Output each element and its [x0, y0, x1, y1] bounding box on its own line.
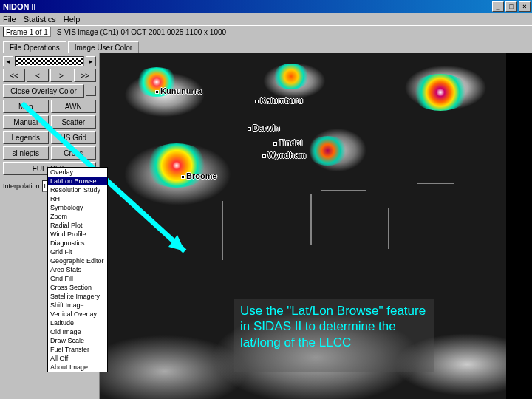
dropdown-item[interactable]: Cross Section	[48, 283, 107, 292]
dropdown-item[interactable]: Wind Profile	[48, 230, 107, 239]
dropdown-item[interactable]: Lat/Lon Browse	[48, 177, 107, 185]
dropdown-item[interactable]: Overlay	[48, 168, 107, 177]
coastline	[321, 190, 366, 191]
close-overlay-row: Close Overlay Color	[3, 84, 96, 98]
dropdown-item[interactable]: Zoom	[48, 212, 107, 221]
minimize-button[interactable]: _	[492, 1, 504, 12]
sniepts-button[interactable]: sl niepts	[3, 146, 49, 160]
city-label-tindal: Tindal	[273, 138, 302, 147]
menu-file[interactable]: File	[3, 15, 16, 24]
dropdown-item[interactable]: Diagnostics	[48, 239, 107, 248]
convection-cell	[273, 64, 310, 89]
dropdown-item[interactable]: Resolution Study	[48, 185, 107, 194]
convection-cell	[411, 74, 470, 111]
city-label-broome: Broome	[181, 171, 217, 180]
dropdown-item[interactable]: Grid Fit	[48, 248, 107, 256]
dropdown-item[interactable]: Symbology	[48, 203, 107, 212]
dropdown-item[interactable]: RH	[48, 194, 107, 203]
slider-track[interactable]	[15, 56, 84, 66]
city-dot-icon	[248, 127, 251, 131]
dropdown-item[interactable]: Area Stats	[48, 265, 107, 274]
nav-first-button[interactable]: <<	[3, 69, 25, 82]
menu-bar: File Statistics Help	[0, 13, 532, 25]
interpolation-label: Interpolation	[3, 183, 40, 190]
nav-buttons: << < > >>	[3, 69, 96, 82]
dropdown-item[interactable]: Shift Image	[48, 301, 107, 310]
frame-indicator: Frame 1 of 1	[3, 27, 51, 37]
coastline	[310, 194, 312, 245]
maximize-button[interactable]: □	[505, 1, 517, 12]
legends-button[interactable]: Legends	[3, 131, 49, 144]
annotation-text: Use the "Lat/Lon Browse" feature in SIDA…	[240, 303, 429, 350]
usgrid-button[interactable]: US Grid	[51, 131, 97, 144]
tab-file-operations[interactable]: File Operations	[3, 41, 66, 54]
window-title: NIDON II	[1, 2, 491, 11]
dropdown-item[interactable]: Satellite Imagery	[48, 292, 107, 301]
cross-button[interactable]: Cross	[51, 146, 97, 160]
close-overlay-button[interactable]: Close Overlay Color	[3, 84, 84, 98]
slider-right-button[interactable]: ►	[86, 56, 96, 66]
image-info: S-VIS image (Ch1) 04 OCT 2001 0025 1100 …	[57, 28, 226, 36]
tab-image-user-color[interactable]: Image User Color	[68, 41, 139, 54]
info-toolbar: Frame 1 of 1 S-VIS image (Ch1) 04 OCT 20…	[0, 25, 532, 38]
overlay-color-swatch[interactable]	[86, 86, 96, 96]
coastline	[417, 183, 454, 184]
menu-statistics[interactable]: Statistics	[24, 15, 56, 24]
dropdown-item[interactable]: Old Image	[48, 327, 107, 336]
title-bar: NIDON II _ □ ×	[0, 0, 532, 13]
coastline	[388, 208, 389, 249]
city-dot-icon	[255, 100, 259, 103]
city-dot-icon	[155, 90, 159, 94]
dropdown-item[interactable]: All Off	[48, 354, 107, 363]
close-button[interactable]: ×	[519, 1, 531, 12]
city-label-darwin: Darwin	[248, 123, 280, 132]
scatter-button[interactable]: Scatter	[51, 115, 97, 129]
awn-button[interactable]: AWN	[51, 100, 97, 113]
city-dot-icon	[262, 154, 266, 158]
menu-help[interactable]: Help	[64, 15, 81, 24]
city-dot-icon	[181, 175, 185, 179]
satellite-image-area[interactable]: Kununurra Kalumburu Darwin Tindal Wyndha…	[100, 53, 532, 399]
frame-slider: ◄ ►	[3, 56, 96, 66]
dropdown-item[interactable]: Grid Fill	[48, 274, 107, 283]
dropdown-item[interactable]: Geographic Editor	[48, 256, 107, 265]
manual-button[interactable]: Manual	[3, 115, 49, 129]
nav-last-button[interactable]: >>	[74, 69, 96, 82]
convection-cell	[143, 143, 210, 188]
dropdown-item[interactable]: About Image	[48, 363, 107, 372]
nav-next-button[interactable]: >	[50, 69, 72, 82]
city-label-kalumburu: Kalumburu	[255, 96, 303, 105]
dropdown-item[interactable]: Radial Plot	[48, 221, 107, 230]
convection-cell	[307, 136, 348, 166]
slider-left-button[interactable]: ◄	[3, 56, 13, 66]
coastline	[222, 201, 223, 260]
dropdown-item[interactable]: Fuel Transfer	[48, 345, 107, 354]
dropdown-item[interactable]: Vertical Overlay	[48, 310, 107, 318]
tab-row: File Operations Image User Color	[0, 38, 532, 53]
image-edge	[506, 53, 532, 399]
interpolation-dropdown[interactable]: OverlayLat/Lon BrowseResolution StudyRHS…	[47, 167, 108, 372]
dropdown-item[interactable]: Draw Scale	[48, 336, 107, 345]
city-label-wyndham: Wyndham	[262, 151, 306, 160]
city-label-kununurra: Kununurra	[155, 86, 202, 95]
city-dot-icon	[273, 142, 277, 146]
dropdown-item[interactable]: Latitude	[48, 318, 107, 327]
nav-prev-button[interactable]: <	[27, 69, 49, 82]
map-button[interactable]: Map	[3, 100, 49, 113]
